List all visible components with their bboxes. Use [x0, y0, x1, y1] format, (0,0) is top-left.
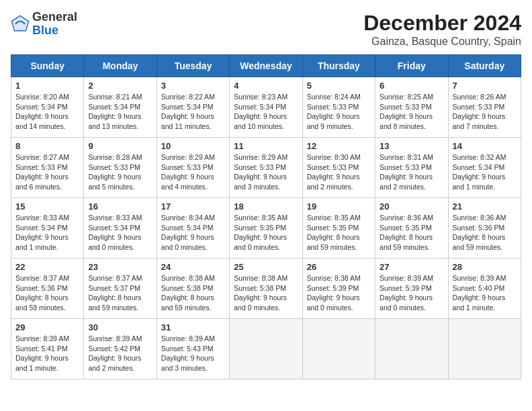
table-row: 10 Sunrise: 8:29 AM Sunset: 5:33 PM Dayl… — [157, 138, 229, 198]
day-number: 27 — [380, 262, 443, 272]
table-row: 13 Sunrise: 8:31 AM Sunset: 5:33 PM Dayl… — [375, 138, 448, 198]
day-number: 29 — [15, 322, 79, 332]
col-sunday: Sunday — [11, 55, 84, 77]
day-info: Sunrise: 8:36 AM Sunset: 5:35 PM Dayligh… — [380, 213, 443, 253]
day-number: 20 — [380, 201, 443, 212]
day-number: 16 — [88, 201, 152, 212]
day-number: 30 — [88, 322, 152, 332]
day-number: 3 — [161, 81, 225, 91]
page-title: December 2024 — [363, 11, 521, 36]
day-info: Sunrise: 8:33 AM Sunset: 5:34 PM Dayligh… — [88, 213, 152, 253]
table-row: 3 Sunrise: 8:22 AM Sunset: 5:34 PM Dayli… — [157, 77, 229, 138]
day-number: 10 — [161, 141, 225, 151]
calendar-week-row: 29 Sunrise: 8:39 AM Sunset: 5:41 PM Dayl… — [11, 319, 521, 379]
table-row: 1 Sunrise: 8:20 AM Sunset: 5:34 PM Dayli… — [11, 77, 84, 138]
day-info: Sunrise: 8:29 AM Sunset: 5:33 PM Dayligh… — [234, 152, 298, 192]
day-info: Sunrise: 8:23 AM Sunset: 5:34 PM Dayligh… — [234, 92, 298, 132]
col-friday: Friday — [375, 55, 448, 77]
day-number: 13 — [380, 141, 443, 151]
table-row: 22 Sunrise: 8:37 AM Sunset: 5:36 PM Dayl… — [11, 259, 84, 319]
day-number: 19 — [307, 201, 371, 212]
day-info: Sunrise: 8:22 AM Sunset: 5:34 PM Dayligh… — [161, 92, 225, 132]
table-row: 30 Sunrise: 8:39 AM Sunset: 5:42 PM Dayl… — [84, 319, 157, 379]
table-row: 12 Sunrise: 8:30 AM Sunset: 5:33 PM Dayl… — [302, 138, 375, 198]
table-row: 2 Sunrise: 8:21 AM Sunset: 5:34 PM Dayli… — [84, 77, 157, 138]
table-row: 7 Sunrise: 8:26 AM Sunset: 5:33 PM Dayli… — [448, 77, 521, 138]
table-row: 26 Sunrise: 8:38 AM Sunset: 5:39 PM Dayl… — [302, 259, 375, 319]
day-info: Sunrise: 8:21 AM Sunset: 5:34 PM Dayligh… — [88, 92, 152, 132]
calendar-table: Sunday Monday Tuesday Wednesday Thursday… — [11, 54, 521, 379]
day-number: 14 — [453, 141, 517, 151]
table-row: 15 Sunrise: 8:33 AM Sunset: 5:34 PM Dayl… — [11, 198, 84, 259]
table-row: 25 Sunrise: 8:38 AM Sunset: 5:38 PM Dayl… — [230, 259, 302, 319]
day-number: 21 — [453, 201, 517, 212]
day-info: Sunrise: 8:29 AM Sunset: 5:33 PM Dayligh… — [161, 152, 225, 192]
day-number: 24 — [161, 262, 225, 272]
calendar-week-row: 8 Sunrise: 8:27 AM Sunset: 5:33 PM Dayli… — [11, 138, 521, 198]
day-info: Sunrise: 8:32 AM Sunset: 5:34 PM Dayligh… — [453, 152, 517, 192]
table-row — [375, 319, 448, 379]
day-info: Sunrise: 8:39 AM Sunset: 5:43 PM Dayligh… — [161, 334, 225, 373]
day-info: Sunrise: 8:24 AM Sunset: 5:33 PM Dayligh… — [307, 92, 371, 132]
col-monday: Monday — [84, 55, 157, 77]
table-row: 21 Sunrise: 8:36 AM Sunset: 5:36 PM Dayl… — [448, 198, 521, 259]
col-thursday: Thursday — [302, 55, 375, 77]
day-info: Sunrise: 8:38 AM Sunset: 5:38 PM Dayligh… — [161, 273, 225, 313]
calendar-week-row: 1 Sunrise: 8:20 AM Sunset: 5:34 PM Dayli… — [11, 77, 521, 138]
day-number: 12 — [307, 141, 371, 151]
logo-icon — [11, 15, 30, 34]
day-info: Sunrise: 8:39 AM Sunset: 5:41 PM Dayligh… — [15, 334, 79, 373]
day-number: 9 — [88, 141, 152, 151]
calendar-week-row: 15 Sunrise: 8:33 AM Sunset: 5:34 PM Dayl… — [11, 198, 521, 259]
day-number: 26 — [307, 262, 371, 272]
day-info: Sunrise: 8:20 AM Sunset: 5:34 PM Dayligh… — [15, 92, 79, 132]
table-row: 8 Sunrise: 8:27 AM Sunset: 5:33 PM Dayli… — [11, 138, 84, 198]
day-number: 8 — [15, 141, 79, 151]
page-subtitle: Gainza, Basque Country, Spain — [363, 36, 521, 48]
title-block: December 2024 Gainza, Basque Country, Sp… — [363, 11, 521, 48]
table-row: 9 Sunrise: 8:28 AM Sunset: 5:33 PM Dayli… — [84, 138, 157, 198]
day-number: 18 — [234, 201, 298, 212]
day-number: 11 — [234, 141, 298, 151]
table-row: 31 Sunrise: 8:39 AM Sunset: 5:43 PM Dayl… — [157, 319, 229, 379]
col-saturday: Saturday — [448, 55, 521, 77]
day-info: Sunrise: 8:27 AM Sunset: 5:33 PM Dayligh… — [15, 152, 79, 192]
logo-text: General Blue — [32, 11, 77, 38]
logo-blue: Blue — [32, 24, 58, 37]
day-number: 6 — [380, 81, 443, 91]
day-info: Sunrise: 8:25 AM Sunset: 5:33 PM Dayligh… — [380, 92, 443, 132]
table-row: 29 Sunrise: 8:39 AM Sunset: 5:41 PM Dayl… — [11, 319, 84, 379]
day-info: Sunrise: 8:37 AM Sunset: 5:36 PM Dayligh… — [15, 273, 79, 313]
table-row: 5 Sunrise: 8:24 AM Sunset: 5:33 PM Dayli… — [302, 77, 375, 138]
day-number: 15 — [15, 201, 79, 212]
calendar-week-row: 22 Sunrise: 8:37 AM Sunset: 5:36 PM Dayl… — [11, 259, 521, 319]
table-row: 28 Sunrise: 8:39 AM Sunset: 5:40 PM Dayl… — [448, 259, 521, 319]
table-row: 19 Sunrise: 8:35 AM Sunset: 5:35 PM Dayl… — [302, 198, 375, 259]
day-info: Sunrise: 8:35 AM Sunset: 5:35 PM Dayligh… — [234, 213, 298, 253]
day-number: 28 — [453, 262, 517, 272]
day-number: 31 — [161, 322, 225, 332]
day-info: Sunrise: 8:28 AM Sunset: 5:33 PM Dayligh… — [88, 152, 152, 192]
logo-general: General — [32, 10, 77, 24]
day-info: Sunrise: 8:38 AM Sunset: 5:39 PM Dayligh… — [307, 273, 371, 313]
day-info: Sunrise: 8:39 AM Sunset: 5:39 PM Dayligh… — [380, 273, 443, 313]
page-header: General Blue December 2024 Gainza, Basqu… — [11, 11, 521, 48]
day-number: 2 — [88, 81, 152, 91]
table-row: 23 Sunrise: 8:37 AM Sunset: 5:37 PM Dayl… — [84, 259, 157, 319]
day-number: 17 — [161, 201, 225, 212]
table-row: 6 Sunrise: 8:25 AM Sunset: 5:33 PM Dayli… — [375, 77, 448, 138]
day-info: Sunrise: 8:36 AM Sunset: 5:36 PM Dayligh… — [453, 213, 517, 253]
table-row — [230, 319, 302, 379]
table-row: 24 Sunrise: 8:38 AM Sunset: 5:38 PM Dayl… — [157, 259, 229, 319]
day-info: Sunrise: 8:38 AM Sunset: 5:38 PM Dayligh… — [234, 273, 298, 313]
table-row: 17 Sunrise: 8:34 AM Sunset: 5:34 PM Dayl… — [157, 198, 229, 259]
day-info: Sunrise: 8:35 AM Sunset: 5:35 PM Dayligh… — [307, 213, 371, 253]
table-row — [302, 319, 375, 379]
day-number: 22 — [15, 262, 79, 272]
day-info: Sunrise: 8:39 AM Sunset: 5:40 PM Dayligh… — [453, 273, 517, 313]
day-number: 7 — [453, 81, 517, 91]
table-row: 4 Sunrise: 8:23 AM Sunset: 5:34 PM Dayli… — [230, 77, 302, 138]
table-row: 20 Sunrise: 8:36 AM Sunset: 5:35 PM Dayl… — [375, 198, 448, 259]
day-number: 23 — [88, 262, 152, 272]
table-row: 27 Sunrise: 8:39 AM Sunset: 5:39 PM Dayl… — [375, 259, 448, 319]
